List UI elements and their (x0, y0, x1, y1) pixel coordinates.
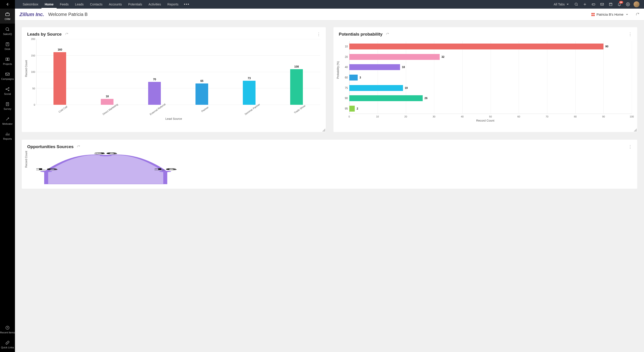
svg-text:16: 16 (153, 168, 177, 170)
app-item-label: Social (4, 93, 11, 95)
bar[interactable] (101, 99, 114, 105)
leads-chart: Record Count 050100150200160Cold Call18D… (27, 39, 320, 125)
refresh-icon (77, 145, 80, 148)
refresh-icon (65, 32, 68, 36)
card-refresh-button[interactable] (65, 32, 68, 37)
app-item-label: Projects (3, 63, 12, 65)
y-tick: 150 (28, 54, 35, 57)
app-item-motivator[interactable]: Motivator (0, 113, 15, 128)
app-item-label: Campaigns (1, 78, 14, 80)
y-axis-label: Probability (%) (336, 61, 337, 79)
tab-accounts[interactable]: Accounts (106, 0, 125, 9)
svg-rect-9 (6, 102, 9, 106)
svg-rect-0 (6, 13, 10, 16)
bar[interactable] (243, 81, 256, 105)
bar[interactable] (148, 82, 161, 105)
y-axis-label: Record Count (25, 151, 28, 167)
app-sidebar: CRM SalesIQ Desk Projects Campaigns Soci… (0, 0, 15, 184)
bar-value: 160 (58, 48, 62, 51)
bar-category: Cold Call (58, 105, 68, 113)
app-item-campaigns[interactable]: Campaigns (0, 69, 15, 83)
card-leads-by-source: Leads by Source ⋮ Record Count 050100150… (22, 27, 326, 132)
app-item-label: Survey (4, 107, 11, 110)
bar[interactable] (196, 83, 208, 105)
y-axis-label: Record Count (25, 60, 28, 77)
svg-point-21 (159, 171, 171, 172)
app-item-label: SalesIQ (3, 33, 12, 35)
svg-rect-5 (6, 73, 10, 76)
bar-value: 73 (248, 77, 250, 80)
app-item-label: CRM (4, 18, 10, 21)
bar-value: 65 (200, 79, 204, 83)
tab-reports[interactable]: Reports (164, 0, 182, 9)
y-tick: 0 (28, 103, 35, 106)
app-item-desk[interactable]: Desk (0, 39, 15, 54)
x-axis-label: Lead Source (27, 117, 320, 120)
tab-home[interactable]: Home (42, 0, 57, 9)
app-item-reports[interactable]: Reports (0, 128, 15, 143)
app-item-label: Desk (4, 48, 10, 50)
svg-point-7 (8, 88, 9, 88)
svg-rect-3 (6, 58, 7, 61)
svg-point-17 (40, 171, 52, 172)
page-header: Zillum Inc. Welcome Patricia B Patricia … (15, 9, 337, 21)
tab-potentials[interactable]: Potentials (125, 0, 145, 9)
svg-rect-4 (8, 58, 9, 61)
bar-category: Partner (201, 106, 209, 113)
bar-category: Direct Marketing (102, 103, 118, 116)
welcome-text: Welcome Patricia B (48, 12, 88, 17)
app-item-crm[interactable]: CRM (0, 9, 15, 24)
y-tick: 200 (28, 38, 35, 40)
opportunities-chart: 2040163616 (36, 152, 337, 184)
app-item-label: Reports (3, 137, 12, 140)
bar[interactable] (290, 69, 303, 105)
card-menu-button[interactable]: ⋮ (317, 32, 321, 37)
svg-text:16: 16 (36, 168, 58, 170)
tab-activities[interactable]: Activities (146, 0, 164, 9)
sidebar-collapse-button[interactable] (0, 0, 15, 9)
tab-salesinbox[interactable]: SalesInbox (20, 0, 42, 9)
card-title: Opportunities Sources (27, 144, 74, 149)
tab-contacts[interactable]: Contacts (87, 0, 106, 9)
app-item-survey[interactable]: Survey (0, 98, 15, 113)
bar-category: Seminar Partner (244, 103, 260, 116)
svg-point-8 (8, 90, 9, 91)
tab-leads[interactable]: Leads (72, 0, 87, 9)
dashboard-content: Leads by Source ⋮ Record Count 050100150… (15, 21, 337, 184)
card-opportunities-sources: Opportunities Sources ⋮ Record Count 204… (22, 140, 337, 184)
company-name: Zillum Inc. (20, 12, 44, 18)
app-item-projects[interactable]: Projects (0, 54, 15, 69)
app-item-social[interactable]: Social (0, 83, 15, 98)
app-item-label: Motivator (2, 122, 12, 125)
tab-feeds[interactable]: Feeds (57, 0, 72, 9)
bar-category: Trade Show (293, 104, 306, 114)
resize-handle[interactable] (322, 128, 325, 131)
bar[interactable] (54, 52, 66, 105)
card-title: Leads by Source (27, 32, 62, 37)
bar-value: 108 (294, 65, 299, 68)
svg-point-1 (6, 28, 9, 31)
svg-text:36: 36 (94, 152, 118, 155)
card-refresh-button[interactable] (77, 145, 80, 149)
bar-value: 18 (106, 95, 109, 98)
app-item-salesiq[interactable]: SalesIQ (0, 24, 15, 39)
topnav: SalesInbox Home Feeds Leads Contacts Acc… (15, 0, 337, 9)
card-potentials-probability: Potentials probability ⋮ Probability (%)… (334, 27, 337, 132)
svg-point-6 (6, 89, 7, 90)
svg-point-19 (100, 155, 112, 156)
y-tick: 100 (28, 71, 35, 73)
bar-value: 70 (153, 78, 156, 81)
tabs-overflow-button[interactable]: ••• (182, 2, 192, 7)
y-tick: 50 (28, 87, 35, 90)
